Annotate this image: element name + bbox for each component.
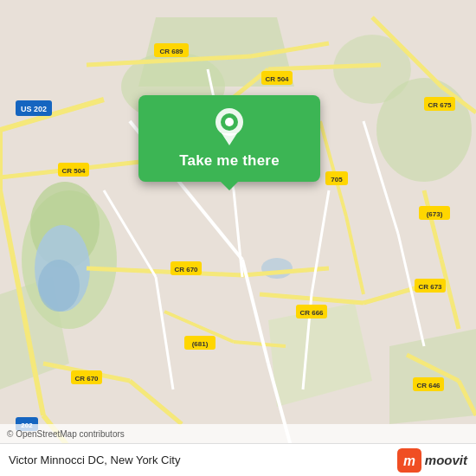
svg-text:CR 646: CR 646: [416, 382, 441, 389]
bottom-bar: Victor Minnocci DC, New York City m moov…: [0, 443, 476, 476]
moovit-logo: m moovit: [397, 448, 467, 473]
svg-text:CR 504: CR 504: [61, 167, 86, 175]
svg-text:CR 670: CR 670: [74, 375, 99, 383]
svg-line-41: [234, 190, 242, 277]
svg-text:US 202: US 202: [21, 105, 47, 113]
location-pin-icon: [210, 107, 248, 145]
svg-line-45: [156, 277, 173, 389]
svg-line-24: [346, 216, 363, 294]
take-me-there-button[interactable]: Take me there: [179, 152, 280, 170]
map-svg: US 202 CR 689 CR 504 CR 675 CR 504 705 (…: [0, 0, 476, 476]
svg-point-11: [261, 258, 293, 279]
map-attribution: © OpenStreetMap contributors: [0, 424, 476, 443]
svg-point-78: [225, 118, 234, 126]
svg-line-28: [441, 260, 459, 329]
svg-point-10: [38, 260, 80, 312]
svg-line-23: [320, 121, 346, 216]
svg-line-27: [424, 190, 441, 260]
moovit-icon: m: [397, 448, 421, 473]
svg-text:CR 666: CR 666: [299, 309, 324, 317]
attribution-text: © OpenStreetMap contributors: [7, 429, 125, 439]
svg-text:CR 670: CR 670: [174, 266, 198, 273]
svg-text:m: m: [403, 453, 415, 468]
map-container: US 202 CR 689 CR 504 CR 675 CR 504 705 (…: [0, 0, 476, 476]
svg-text:(673): (673): [427, 210, 443, 218]
moovit-wordmark: moovit: [425, 453, 467, 467]
svg-marker-8: [389, 329, 476, 424]
svg-text:CR 689: CR 689: [159, 48, 183, 55]
svg-text:CR 675: CR 675: [428, 101, 452, 109]
svg-text:CR 504: CR 504: [265, 75, 289, 83]
location-popup[interactable]: Take me there: [138, 95, 320, 182]
svg-text:CR 673: CR 673: [418, 283, 442, 291]
svg-text:(681): (681): [192, 340, 209, 348]
location-title: Victor Minnocci DC, New York City: [9, 453, 180, 466]
svg-marker-79: [222, 133, 237, 145]
svg-text:705: 705: [331, 176, 343, 183]
svg-line-42: [312, 190, 329, 294]
